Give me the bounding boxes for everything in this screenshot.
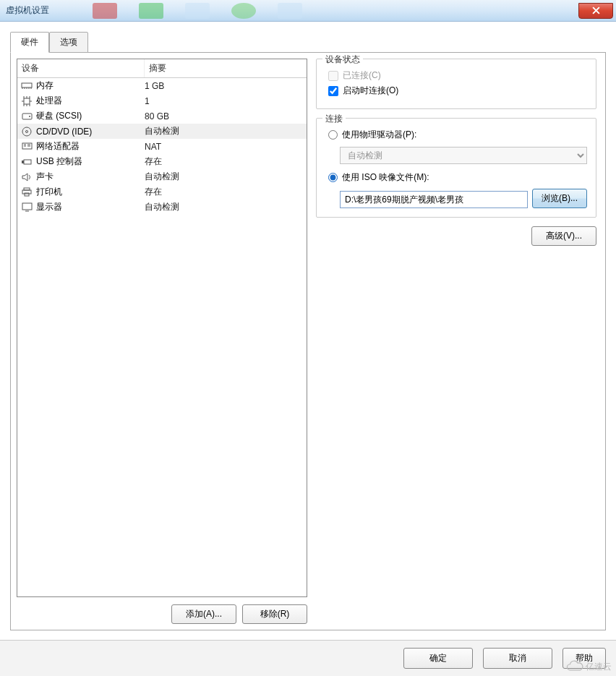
svg-point-5 [26,130,28,132]
group-device-status: 设备状态 已连接(C) 启动时连接(O) [316,59,596,109]
device-row-usb[interactable]: USB 控制器存在 [17,154,307,169]
label-onpower: 启动时连接(O) [343,85,398,97]
svg-rect-8 [22,161,24,163]
svg-rect-6 [22,143,32,149]
tabs: 硬件 选项 [10,32,606,53]
device-row-display[interactable]: 显示器自动检测 [17,200,307,215]
add-button[interactable]: 添加(A)... [171,604,236,624]
device-summary: NAT [145,142,304,152]
device-row-net[interactable]: 网络适配器NAT [17,139,307,154]
tab-hardware[interactable]: 硬件 [10,32,49,53]
device-summary: 80 GB [145,111,304,121]
device-name: USB 控制器 [36,155,82,168]
footer: 确定 取消 帮助 亿速云 [0,640,616,676]
display-icon [20,202,33,213]
header-device: 设备 [17,59,145,77]
close-icon [592,7,600,14]
printer-icon [20,187,33,198]
device-name: CD/DVD (IDE) [36,127,92,137]
disk-icon [20,111,33,122]
device-name: 处理器 [36,95,62,107]
checkbox-connected [328,71,338,81]
device-name: 硬盘 (SCSI) [36,110,82,122]
window-title: 虚拟机设置 [6,4,49,17]
svg-rect-7 [24,160,31,164]
svg-rect-0 [22,83,32,87]
cloud-icon [565,660,584,673]
device-list-header: 设备 摘要 [17,59,307,78]
device-summary: 自动检测 [145,201,304,213]
tab-options[interactable]: 选项 [49,32,88,53]
checkbox-onpower[interactable] [328,86,338,96]
group-connection: 连接 使用物理驱动器(P): 自动检测 使用 ISO 映像文件(M): [316,118,596,218]
device-row-sound[interactable]: 声卡自动检测 [17,169,307,184]
ok-button[interactable]: 确定 [403,648,473,669]
radio-physical-row[interactable]: 使用物理驱动器(P): [328,129,587,141]
device-summary: 存在 [145,186,304,198]
device-row-cd[interactable]: CD/DVD (IDE)自动检测 [17,124,307,139]
cancel-button[interactable]: 取消 [483,648,552,669]
net-icon [20,141,33,153]
usb-icon [20,156,33,168]
device-summary: 自动检测 [145,171,304,183]
browse-button[interactable]: 浏览(B)... [532,189,587,208]
device-name: 声卡 [36,171,54,183]
device-row-printer[interactable]: 打印机存在 [17,184,307,200]
device-summary: 1 GB [145,81,304,91]
checkbox-onpower-row[interactable]: 启动时连接(O) [328,85,587,97]
remove-button[interactable]: 移除(R) [242,604,307,624]
svg-point-4 [22,127,31,136]
svg-point-3 [29,116,30,117]
label-connected: 已连接(C) [343,69,381,82]
device-summary: 自动检测 [145,125,304,137]
label-iso: 使用 ISO 映像文件(M): [342,171,429,184]
group-title-connection: 连接 [322,113,346,125]
cpu-icon [20,95,33,107]
advanced-button[interactable]: 高级(V)... [531,226,596,246]
group-title-status: 设备状态 [322,54,363,66]
device-row-disk[interactable]: 硬盘 (SCSI)80 GB [17,108,307,124]
radio-iso-row[interactable]: 使用 ISO 映像文件(M): [328,171,587,184]
device-list[interactable]: 设备 摘要 内存1 GB处理器1硬盘 (SCSI)80 GBCD/DVD (ID… [17,59,307,597]
radio-iso[interactable] [328,173,338,182]
combo-iso-path[interactable] [340,191,528,208]
device-row-memory[interactable]: 内存1 GB [17,78,307,93]
device-summary: 存在 [145,155,304,168]
radio-physical[interactable] [328,130,338,140]
titlebar-bg-icons [93,3,578,19]
device-row-cpu[interactable]: 处理器1 [17,93,307,108]
combo-physical: 自动检测 [340,147,587,164]
svg-rect-1 [24,98,30,104]
svg-rect-2 [22,114,32,119]
checkbox-connected-row: 已连接(C) [328,69,587,82]
sound-icon [20,171,33,183]
device-name: 打印机 [36,186,62,198]
device-name: 网络适配器 [36,140,80,153]
titlebar: 虚拟机设置 [0,0,616,22]
close-button[interactable] [578,3,613,19]
cd-icon [20,126,33,137]
memory-icon [20,80,33,92]
header-summary: 摘要 [145,59,171,77]
watermark: 亿速云 [565,660,612,673]
device-summary: 1 [145,96,304,106]
device-name: 显示器 [36,201,62,213]
svg-rect-12 [22,203,32,210]
device-name: 内存 [36,80,54,92]
label-physical: 使用物理驱动器(P): [342,129,416,141]
